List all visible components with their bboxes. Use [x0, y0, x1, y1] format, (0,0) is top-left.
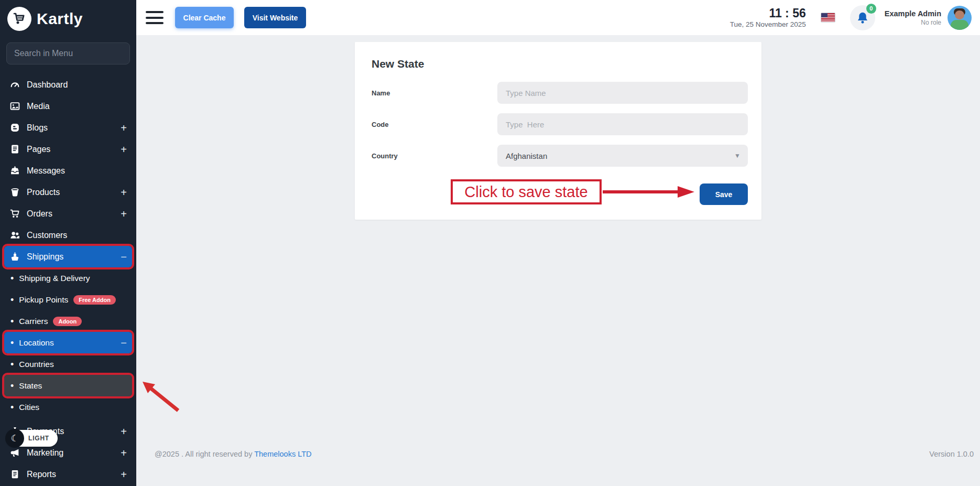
sidebar-item-label: Carriers	[19, 317, 48, 326]
country-selected-value: Afghanistan	[506, 152, 547, 160]
addon-badge: Adoon	[53, 317, 82, 326]
gauge-icon	[9, 80, 20, 90]
sidebar-item-cities[interactable]: •Cities	[4, 396, 132, 418]
sidebar-item-messages[interactable]: Messages	[4, 160, 132, 181]
sidebar-item-label: States	[19, 381, 42, 391]
sidebar-item-label: Products	[27, 188, 60, 197]
brand[interactable]: Kartly	[0, 0, 136, 36]
clock-date: Tue, 25 November 2025	[730, 20, 806, 28]
inbox-icon	[9, 166, 20, 176]
media-icon	[9, 101, 20, 112]
plus-icon[interactable]: +	[121, 426, 127, 437]
bullet-icon: •	[10, 381, 14, 391]
bucket-icon	[9, 187, 20, 198]
blog-icon	[9, 123, 20, 133]
report-icon	[9, 469, 20, 480]
footer: @2025 . All right reserved by Themelooks…	[155, 450, 974, 458]
plus-icon[interactable]: +	[121, 144, 127, 155]
pages-icon	[9, 144, 20, 155]
main-area: Clear Cache Visit Website 11 : 56 Tue, 2…	[136, 0, 980, 486]
footer-company-link[interactable]: Themelooks LTD	[254, 450, 311, 458]
country-field-row: Country Afghanistan ▼	[372, 145, 748, 167]
bell-icon	[856, 11, 869, 25]
sidebar-item-label: Shipping & Delivery	[19, 274, 90, 283]
bullet-icon: •	[10, 317, 14, 326]
visit-website-button[interactable]: Visit Website	[244, 7, 306, 28]
user-role: No role	[885, 19, 941, 26]
code-field-row: Code	[372, 113, 748, 135]
bullet-icon: •	[10, 274, 14, 283]
sidebar-item-label: Blogs	[27, 123, 48, 133]
annotation-save-note: Click to save state	[451, 179, 602, 204]
name-label: Name	[372, 89, 497, 97]
sidebar-item-label: Reports	[27, 470, 56, 479]
sidebar-menu: DashboardMediaBlogs+Pages+MessagesProduc…	[0, 74, 136, 485]
hamburger-menu-icon[interactable]	[146, 11, 164, 24]
sidebar-item-customers[interactable]: Customers	[4, 224, 132, 246]
sidebar-item-label: Messages	[27, 166, 65, 176]
plus-icon[interactable]: +	[121, 469, 127, 480]
avatar[interactable]	[948, 6, 972, 30]
cart-icon	[9, 209, 20, 219]
sidebar-item-countries[interactable]: •Countries	[4, 353, 132, 375]
app-root: Kartly DashboardMediaBlogs+Pages+Message…	[0, 0, 980, 486]
content-area: New State Name Code Country Afghanistan …	[136, 35, 980, 486]
megaphone-icon	[9, 448, 20, 458]
page-title: New State	[372, 58, 748, 70]
clock-time: 11 : 56	[730, 7, 806, 20]
sidebar-item-label: Pages	[27, 145, 50, 154]
top-bar: Clear Cache Visit Website 11 : 56 Tue, 2…	[136, 0, 980, 35]
sidebar-item-products[interactable]: Products+	[4, 181, 132, 203]
sidebar-item-label: Cities	[19, 403, 39, 412]
footer-version: Version 1.0.0	[929, 450, 974, 458]
sidebar-item-label: Countries	[19, 360, 53, 369]
sidebar-item-label: Pickup Points	[19, 295, 68, 305]
sidebar-item-blogs[interactable]: Blogs+	[4, 117, 132, 138]
sidebar-item-label: Customers	[27, 231, 67, 240]
sidebar-item-pages[interactable]: Pages+	[4, 138, 132, 160]
annotation-arrow-to-save	[603, 184, 697, 200]
country-select[interactable]: Afghanistan ▼	[497, 145, 748, 167]
code-input[interactable]	[497, 113, 748, 135]
plus-icon[interactable]: +	[121, 187, 127, 198]
bullet-icon: •	[10, 360, 14, 369]
theme-toggle[interactable]: ☾ LIGHT	[6, 430, 58, 447]
country-label: Country	[372, 152, 497, 160]
chevron-down-icon: ▼	[734, 152, 741, 159]
users-icon	[9, 230, 20, 241]
sidebar-item-locations[interactable]: •Locations−	[4, 332, 132, 353]
menu-search-input[interactable]	[6, 42, 130, 64]
plus-icon[interactable]: +	[121, 209, 127, 219]
code-label: Code	[372, 121, 497, 128]
name-input[interactable]	[497, 82, 748, 104]
sidebar-item-reports[interactable]: Reports+	[4, 463, 132, 485]
plus-icon[interactable]: +	[121, 123, 127, 133]
clock: 11 : 56 Tue, 25 November 2025	[730, 7, 806, 28]
save-button[interactable]: Save	[700, 183, 748, 205]
minus-icon[interactable]: −	[121, 338, 127, 348]
plus-icon[interactable]: +	[121, 448, 127, 458]
bullet-icon: •	[10, 403, 14, 412]
sidebar-item-shippings[interactable]: Shippings−	[4, 246, 132, 267]
sidebar-item-states[interactable]: •States	[4, 375, 132, 396]
sidebar-item-pickup-points[interactable]: •Pickup PointsFree Addon	[4, 289, 132, 310]
sidebar-item-label: Orders	[27, 209, 52, 219]
theme-toggle-label: LIGHT	[28, 435, 49, 442]
clear-cache-button[interactable]: Clear Cache	[175, 7, 234, 28]
language-flag-icon[interactable]	[821, 13, 835, 23]
sidebar-item-media[interactable]: Media	[4, 95, 132, 117]
user-info[interactable]: Example Admin No role	[885, 9, 941, 26]
sidebar-item-carriers[interactable]: •CarriersAdoon	[4, 310, 132, 332]
sidebar-item-label: Locations	[19, 338, 53, 348]
sidebar-item-orders[interactable]: Orders+	[4, 203, 132, 224]
name-field-row: Name	[372, 82, 748, 104]
sidebar-item-shipping-delivery[interactable]: •Shipping & Delivery	[4, 267, 132, 289]
notification-count-badge: 0	[866, 4, 876, 14]
sidebar-item-dashboard[interactable]: Dashboard	[4, 74, 132, 95]
ship-icon	[9, 252, 20, 262]
notifications-button[interactable]: 0	[850, 5, 875, 30]
sidebar-item-label: Shippings	[27, 252, 63, 262]
brand-cart-icon	[7, 7, 31, 31]
minus-icon[interactable]: −	[121, 252, 127, 262]
sidebar: Kartly DashboardMediaBlogs+Pages+Message…	[0, 0, 136, 486]
